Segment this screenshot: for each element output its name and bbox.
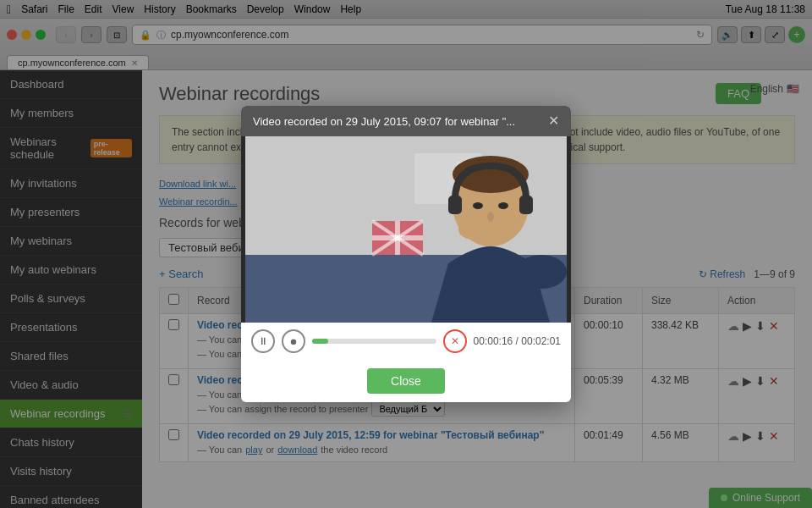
pause-icon: ⏸: [258, 335, 268, 347]
video-svg: [241, 136, 571, 323]
svg-point-17: [516, 255, 567, 289]
svg-point-13: [473, 202, 483, 209]
time-current: 00:00:16: [474, 335, 513, 347]
svg-point-15: [487, 212, 494, 222]
video-time: 00:00:16 / 00:02:01: [474, 335, 561, 347]
video-modal: Video recorded on 29 July 2015, 09:07 fo…: [241, 106, 571, 402]
modal-close-btn[interactable]: ✕: [548, 114, 559, 128]
svg-rect-12: [519, 196, 533, 214]
time-total: 00:02:01: [521, 335, 561, 347]
modal-title: Video recorded on 29 July 2015, 09:07 fo…: [253, 115, 515, 128]
video-container: [241, 136, 571, 323]
svg-point-14: [498, 202, 508, 209]
video-placeholder: [241, 136, 571, 323]
progress-bar[interactable]: [312, 339, 436, 344]
svg-point-16: [458, 219, 489, 240]
stop-icon: ⏺: [289, 337, 298, 346]
volume-icon: ✕: [451, 335, 459, 347]
volume-button[interactable]: ✕: [443, 329, 467, 353]
stop-button[interactable]: ⏺: [282, 329, 305, 353]
modal-header: Video recorded on 29 July 2015, 09:07 fo…: [241, 106, 571, 136]
modal-footer: Close: [241, 360, 571, 402]
progress-fill: [312, 339, 328, 344]
modal-overlay[interactable]: Video recorded on 29 July 2015, 09:07 fo…: [0, 0, 812, 508]
video-controls: ⏸ ⏺ ✕ 00:00:16 / 00:02:01: [241, 323, 571, 360]
modal-close-button[interactable]: Close: [367, 368, 445, 394]
svg-rect-11: [448, 196, 462, 214]
pause-button[interactable]: ⏸: [251, 329, 275, 353]
